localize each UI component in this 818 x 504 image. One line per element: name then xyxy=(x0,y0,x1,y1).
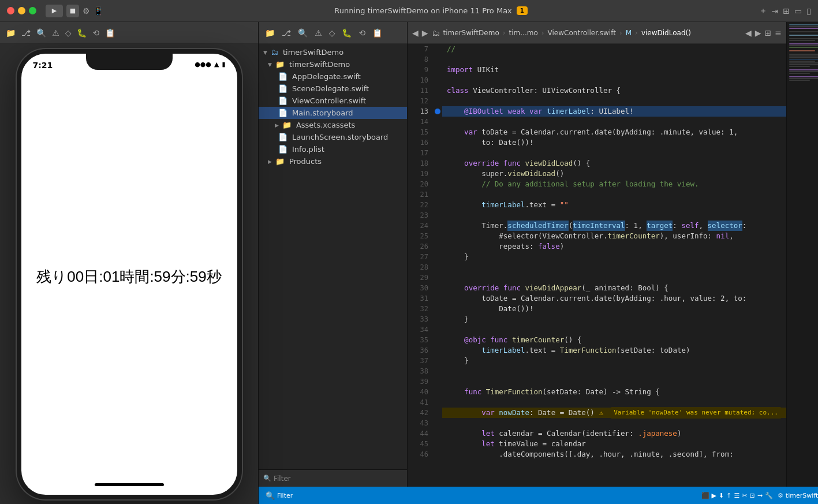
plist-icon: 📄 xyxy=(278,145,287,154)
minimize-button[interactable] xyxy=(18,7,25,14)
mini-line xyxy=(789,61,816,62)
back-nav-btn[interactable]: ◀ xyxy=(412,28,419,38)
tree-assets[interactable]: ▶ 📁 Assets.xcassets xyxy=(259,119,407,131)
status-icon-4[interactable]: ↑ xyxy=(726,492,731,499)
test-nav-icon[interactable]: ◇ xyxy=(65,28,72,38)
layout-icon2[interactable]: ▭ xyxy=(794,6,802,16)
warning-badge: 1 xyxy=(517,6,528,15)
layout-icon3[interactable]: ▯ xyxy=(806,6,811,16)
titlebar-title: Running timerSwiftDemo on iPhone 11 Pro … xyxy=(334,6,511,15)
run-button[interactable]: ▶ xyxy=(46,5,63,17)
tree-main-storyboard[interactable]: 📄 Main.storyboard xyxy=(259,107,407,119)
code-line-8 xyxy=(442,54,786,65)
tree-folder-project[interactable]: ▼ 📁 timerSwiftDemo xyxy=(259,58,407,70)
breadcrumb-2[interactable]: tim...mo xyxy=(509,29,538,37)
report-icon[interactable]: 📋 xyxy=(371,27,384,39)
expand-arrow: ▼ xyxy=(263,50,267,55)
filter-status-label[interactable]: Filter xyxy=(277,492,293,499)
status-icon-7[interactable]: ⊡ xyxy=(750,492,755,499)
status-icon-1[interactable]: ⬛ xyxy=(701,492,709,499)
ln-35: 35 xyxy=(408,335,428,345)
layout-icon1[interactable]: ⊞ xyxy=(783,6,790,16)
viewcontroller-label: ViewController.swift xyxy=(292,96,366,105)
test-icon[interactable]: ◇ xyxy=(327,27,337,39)
mini-line xyxy=(789,57,818,58)
breadcrumb-m[interactable]: M xyxy=(626,29,632,37)
status-icon-5[interactable]: ☰ xyxy=(734,492,739,499)
warning-triangle-icon: ⚠ xyxy=(599,408,603,418)
tree-products[interactable]: ▶ 📁 Products xyxy=(259,155,407,167)
launch-icon: 📄 xyxy=(278,133,287,141)
issue-nav-icon[interactable]: ⚠ xyxy=(52,28,59,38)
storyboard-icon: 📄 xyxy=(278,109,287,117)
code-line-23 xyxy=(442,210,786,221)
search-nav-icon[interactable]: 🔍 xyxy=(36,28,46,38)
ln-26: 26 xyxy=(408,241,428,252)
toolbar-icons: ▶ ■ ⚙ 📱 xyxy=(46,5,103,17)
mini-line xyxy=(789,35,818,36)
editor-toolbar-right: ◀ ▶ ⊞ ≡ xyxy=(745,28,782,38)
status-icon-2[interactable]: ▶ xyxy=(712,492,716,499)
breakpoint-icon[interactable]: ⟲ xyxy=(357,27,367,39)
minimap xyxy=(786,22,818,487)
files-icon[interactable]: 📁 xyxy=(263,27,277,39)
products-folder-icon: 📁 xyxy=(275,157,285,166)
debug-icon[interactable]: 🐛 xyxy=(340,27,353,39)
status-icon-8[interactable]: → xyxy=(757,492,763,499)
source-control-icon[interactable]: ⎇ xyxy=(280,27,293,39)
filter-label[interactable]: Filter xyxy=(274,475,291,483)
report-nav-icon[interactable]: 📋 xyxy=(105,28,115,38)
breadcrumb-method[interactable]: viewDidLoad() xyxy=(641,29,691,37)
traffic-lights xyxy=(7,7,36,14)
ln-31: 31 xyxy=(408,293,428,304)
scheme-icon[interactable]: ⚙ xyxy=(83,6,90,16)
breadcrumb: timerSwiftDemo › tim...mo › ViewControll… xyxy=(443,29,691,37)
code-line-19: super. viewDidLoad () xyxy=(442,169,786,179)
maximize-button[interactable] xyxy=(29,7,36,14)
status-icon-3[interactable]: ⬇ xyxy=(719,492,724,499)
tree-viewcontroller[interactable]: 📄 ViewController.swift xyxy=(259,95,407,107)
source-control-icon[interactable]: ⎇ xyxy=(21,28,31,38)
breadcrumb-3[interactable]: ViewController.swift xyxy=(548,29,616,37)
breadcrumb-1[interactable]: timerSwiftDemo xyxy=(443,29,499,37)
stop-button[interactable]: ■ xyxy=(66,5,79,17)
list-view-icon[interactable]: ≡ xyxy=(775,28,782,38)
tree-appdelegate[interactable]: 📄 AppDelegate.swift xyxy=(259,70,407,83)
split-icon[interactable]: ⇥ xyxy=(772,6,779,16)
code-line-31: toDate = Calendar.current.date(byAdding:… xyxy=(442,293,786,304)
code-line-40: func TimerFunction (setDate: Date) -> St… xyxy=(442,387,786,397)
add-tab-icon[interactable]: ＋ xyxy=(759,6,767,16)
ln-41: 41 xyxy=(408,397,428,408)
debug-nav-icon[interactable]: 🐛 xyxy=(77,28,87,38)
code-line-33: } xyxy=(442,314,786,324)
prev-nav[interactable]: ◀ xyxy=(745,28,752,38)
forward-nav-btn[interactable]: ▶ xyxy=(422,28,428,38)
tree-infoplist[interactable]: 📄 Info.plist xyxy=(259,143,407,155)
code-line-41 xyxy=(442,397,786,408)
code-line-17 xyxy=(442,148,786,158)
tree-root[interactable]: ▼ 🗂 timerSwiftDemo xyxy=(259,46,407,58)
next-nav[interactable]: ▶ xyxy=(755,28,761,38)
status-icon-9[interactable]: 🔧 xyxy=(765,492,773,499)
ln-43: 43 xyxy=(408,418,428,428)
tree-scenedelegate[interactable]: 📄 SceneDelegate.swift xyxy=(259,83,407,95)
grid-view-icon[interactable]: ⊞ xyxy=(764,28,771,38)
device-selector[interactable]: 📱 xyxy=(94,6,103,16)
code-line-38 xyxy=(442,366,786,376)
ln-23: 23 xyxy=(408,210,428,221)
mini-line xyxy=(789,73,810,74)
ln-7: 7 xyxy=(408,44,428,54)
search-icon[interactable]: 🔍 xyxy=(296,27,309,39)
close-button[interactable] xyxy=(7,7,14,14)
code-line-37: } xyxy=(442,356,786,366)
breakpoint-nav-icon[interactable]: ⟲ xyxy=(92,28,99,38)
expand-arrow: ▶ xyxy=(275,122,279,128)
expand-arrow: ▼ xyxy=(268,62,272,68)
code-content[interactable]: 7 8 9 10 11 12 13 14 15 16 17 18 19 20 xyxy=(408,44,786,487)
warning-icon[interactable]: ⚠ xyxy=(313,27,324,39)
status-icon-6[interactable]: ✂ xyxy=(742,492,747,499)
code-line-13: @IBOutlet weak var timerLabel : UILabel! xyxy=(442,106,786,117)
titlebar: ▶ ■ ⚙ 📱 Running timerSwiftDemo on iPhone… xyxy=(0,0,818,22)
folder-nav-icon[interactable]: 📁 xyxy=(6,28,16,38)
tree-launchscreen[interactable]: 📄 LaunchScreen.storyboard xyxy=(259,131,407,143)
